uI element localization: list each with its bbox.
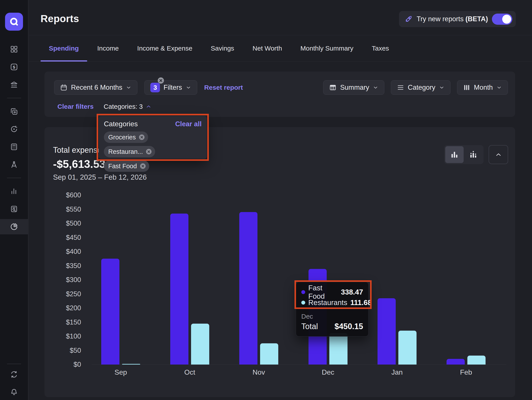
transactions-icon: $ xyxy=(10,63,18,71)
bar-restaurants-dec[interactable] xyxy=(329,333,348,364)
app-root: $ Reports Try new reports (BETA) Spendin… xyxy=(0,0,532,400)
app-logo-icon xyxy=(9,16,19,27)
page-title: Reports xyxy=(41,13,79,25)
filter-row-buttons: Recent 6 Months 3 Filters Reset report S… xyxy=(54,80,508,95)
clear-filters-x-icon[interactable] xyxy=(157,77,165,84)
x-axis-tick-label: Oct xyxy=(172,368,207,376)
bar-restaurants-oct[interactable] xyxy=(191,324,209,364)
tab-spending[interactable]: Spending xyxy=(41,35,87,62)
y-axis-tick-label: $100 xyxy=(48,332,81,340)
chevron-down-icon xyxy=(496,85,502,90)
toggle-knob xyxy=(502,15,511,24)
month-group-button[interactable]: Month xyxy=(457,80,508,95)
category-group-label: Category xyxy=(408,84,435,92)
categories-toggle[interactable]: Categories: 3 xyxy=(104,103,152,110)
bar-fast-food-sep[interactable] xyxy=(101,259,120,364)
goals-icon xyxy=(10,125,18,133)
series-name: Fast Food xyxy=(308,284,338,301)
tooltip-total-label: Total xyxy=(301,322,318,331)
series-color-dot xyxy=(301,290,305,294)
sidebar-item-bar-chart[interactable] xyxy=(0,184,28,199)
tooltip-row-restaurants: Restaurants111.68 xyxy=(301,297,363,308)
series-name: Restaurants xyxy=(308,298,347,307)
bar-restaurants-sep[interactable] xyxy=(122,364,140,364)
tab-income-expense[interactable]: Income & Expense xyxy=(129,35,201,62)
chip-remove-icon[interactable] xyxy=(139,163,146,169)
x-axis-tick-label: Jan xyxy=(380,368,415,376)
sidebar-item-bank[interactable] xyxy=(0,77,28,92)
category-chip-groceries[interactable]: Groceries xyxy=(104,131,148,143)
sidebar-item-bell[interactable] xyxy=(0,384,28,400)
sidebar-item-pie-chart[interactable] xyxy=(0,219,28,234)
month-group-label: Month xyxy=(474,84,493,92)
tabs: SpendingIncomeIncome & ExpenseSavingsNet… xyxy=(29,35,532,62)
chevron-down-icon xyxy=(439,85,444,90)
pie-chart-icon xyxy=(10,223,18,231)
categories-popover: Categories Clear all GroceriesRestauran.… xyxy=(99,116,207,159)
bar-fast-food-oct[interactable] xyxy=(170,214,188,364)
sidebar-item-calculator[interactable] xyxy=(0,139,28,154)
summary-group-button[interactable]: Summary xyxy=(323,80,384,95)
tooltip-rows: Fast Food338.47Restaurants111.68 xyxy=(301,287,363,308)
tab-monthly-summary[interactable]: Monthly Summary xyxy=(292,35,362,62)
filters-button-label: Filters xyxy=(164,84,182,92)
bar-restaurants-nov[interactable] xyxy=(260,343,278,364)
sidebar-item-goals[interactable] xyxy=(0,122,28,137)
y-axis-tick-label: $300 xyxy=(48,276,81,284)
bar-fast-food-feb[interactable] xyxy=(447,359,465,364)
tab-income[interactable]: Income xyxy=(89,35,127,62)
sidebar-divider xyxy=(7,364,21,364)
clear-all-link[interactable]: Clear all xyxy=(175,120,202,128)
sidebar-item-accounts[interactable] xyxy=(0,104,28,119)
date-range-label: Recent 6 Months xyxy=(71,84,122,92)
tab-savings[interactable]: Savings xyxy=(203,35,243,62)
chevron-up-icon xyxy=(146,104,152,110)
sidebar-item-sync[interactable] xyxy=(0,367,28,382)
x-axis-tick-label: Sep xyxy=(103,368,138,376)
x-axis-tick-label: Nov xyxy=(241,368,276,376)
category-chip-fast-food[interactable]: Fast Food xyxy=(104,160,149,172)
x-axis-tick-label: Feb xyxy=(449,368,484,376)
reset-report-link[interactable]: Reset report xyxy=(204,84,243,91)
svg-text:$: $ xyxy=(13,65,16,69)
sidebar-item-report-search[interactable] xyxy=(0,201,28,217)
category-group-button[interactable]: Category xyxy=(391,80,450,95)
planning-icon xyxy=(10,161,18,168)
sync-icon xyxy=(10,370,18,378)
sidebar-nav: $ xyxy=(0,42,28,237)
sidebar-divider xyxy=(7,178,21,178)
category-chip-restauran[interactable]: Restauran... xyxy=(104,146,155,157)
tab-net-worth[interactable]: Net Worth xyxy=(244,35,291,62)
y-axis-tick-label: $50 xyxy=(48,346,81,355)
calculator-icon xyxy=(10,143,18,151)
chip-remove-icon[interactable] xyxy=(139,134,145,141)
clear-filters-link[interactable]: Clear filters xyxy=(57,103,94,110)
chevron-down-icon xyxy=(186,85,191,90)
sidebar-item-transactions[interactable]: $ xyxy=(0,59,28,75)
bar-fast-food-nov[interactable] xyxy=(239,212,257,364)
bar-restaurants-jan[interactable] xyxy=(398,331,417,364)
beta-pill-text: Try new reports (BETA) xyxy=(417,15,488,23)
filters-button[interactable]: 3 Filters xyxy=(144,80,197,95)
bank-icon xyxy=(10,81,18,89)
sidebar-divider xyxy=(7,98,21,98)
app-logo[interactable] xyxy=(5,13,23,31)
series-color-dot xyxy=(301,301,305,305)
group-by-buttons: SummaryCategoryMonth xyxy=(323,80,508,95)
date-range-button[interactable]: Recent 6 Months xyxy=(54,80,137,95)
x-axis-tick-label: Dec xyxy=(310,368,346,376)
y-axis-tick-label: $150 xyxy=(48,318,81,326)
beta-toggle[interactable] xyxy=(492,13,512,25)
categories-toggle-label: Categories: 3 xyxy=(104,103,143,110)
tab-taxes[interactable]: Taxes xyxy=(363,35,397,62)
y-axis-tick-label: $0 xyxy=(48,360,81,369)
y-axis-tick-label: $600 xyxy=(48,191,81,199)
chip-remove-icon[interactable] xyxy=(146,148,152,155)
summary-group-label: Summary xyxy=(340,84,369,92)
y-axis-tick-label: $200 xyxy=(48,304,81,312)
sidebar-item-dashboard[interactable] xyxy=(0,42,28,57)
chart-tooltip: Fast Food338.47Restaurants111.68 Dec Tot… xyxy=(296,282,368,337)
sidebar-item-planning[interactable] xyxy=(0,157,28,172)
bar-fast-food-jan[interactable] xyxy=(378,298,396,364)
bar-restaurants-feb[interactable] xyxy=(467,356,486,364)
